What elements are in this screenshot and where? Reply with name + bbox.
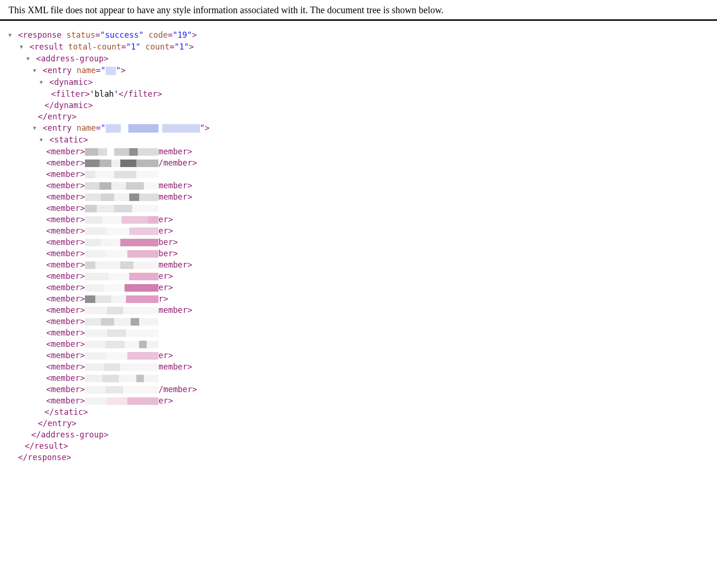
tag-member[interactable]: member (51, 362, 80, 371)
member-tail: member> (158, 260, 192, 269)
member-row: <member> (7, 372, 717, 384)
tag-member[interactable]: member (51, 260, 80, 269)
toggle-icon[interactable]: ▼ (18, 42, 25, 53)
tag-filter[interactable]: filter (56, 89, 85, 99)
tag-entry[interactable]: entry (48, 66, 72, 75)
toggle-icon[interactable]: ▼ (31, 65, 38, 76)
redacted-member-value (85, 284, 158, 292)
tag-member[interactable]: member (51, 271, 80, 281)
tag-member[interactable]: member (51, 215, 80, 224)
attr-code: code (149, 30, 168, 40)
member-tail: member> (158, 147, 192, 156)
redacted-member-value (85, 182, 158, 190)
tag-response[interactable]: response (23, 30, 62, 40)
val-count: 1 (179, 42, 184, 51)
val-code: 19 (177, 30, 187, 40)
member-tail: r> (158, 294, 168, 303)
tag-member[interactable]: member (51, 226, 80, 235)
member-row: <member>er> (7, 214, 717, 225)
member-tail: er> (158, 351, 173, 360)
member-row: <member> (7, 327, 717, 338)
xml-tree: ▼ <response status="success" code="19"> … (0, 21, 717, 463)
member-tail: er> (158, 271, 173, 281)
member-row: <member>er> (7, 350, 717, 361)
tag-member[interactable]: member (51, 203, 80, 213)
member-tail: member> (158, 362, 192, 371)
toggle-icon[interactable]: ▼ (38, 134, 44, 146)
tag-member[interactable]: member (51, 396, 80, 405)
toggle-icon[interactable]: ▼ (31, 123, 38, 134)
attr-name: name (76, 123, 96, 133)
tag-member[interactable]: member (51, 385, 80, 394)
member-row: <member>er> (7, 270, 717, 282)
member-row: <member> (7, 316, 717, 327)
tag-dynamic[interactable]: dynamic (54, 77, 88, 87)
tag-member[interactable]: member (51, 147, 80, 156)
tag-member[interactable]: member (51, 192, 80, 202)
attr-totalcount: total-count (68, 42, 121, 51)
toggle-icon[interactable]: ▼ (38, 77, 44, 88)
member-row: <member>er> (7, 282, 717, 293)
redacted-member-value (85, 329, 158, 337)
redacted-member-value (85, 363, 158, 371)
member-row: <member>member> (7, 304, 717, 316)
member-row: <member> (7, 338, 717, 350)
tag-member[interactable]: member (51, 317, 80, 326)
member-row: <member>r> (7, 293, 717, 304)
redacted-member-value (85, 397, 158, 405)
tag-entry[interactable]: entry (48, 123, 72, 133)
member-tail: er> (158, 396, 173, 405)
tag-member[interactable]: member (51, 294, 80, 303)
redacted-member-value (85, 307, 158, 314)
redacted-member-value (85, 341, 158, 348)
member-row: <member>member> (7, 191, 717, 202)
toggle-icon[interactable]: ▼ (7, 30, 13, 41)
tag-member[interactable]: member (51, 158, 80, 168)
redacted-member-value (85, 193, 158, 201)
redacted-member-value (85, 239, 158, 246)
member-tail: member> (158, 192, 192, 202)
member-tail: member> (158, 305, 192, 315)
member-row: <member> (7, 202, 717, 214)
member-row: <member>er> (7, 395, 717, 406)
tag-static[interactable]: static (54, 135, 83, 144)
redacted-member-value (85, 205, 158, 212)
member-tail: er> (158, 215, 173, 224)
tag-member[interactable]: member (51, 373, 80, 383)
member-row: <member>/member> (7, 157, 717, 168)
tag-member[interactable]: member (51, 169, 80, 179)
tag-member[interactable]: member (51, 181, 80, 190)
attr-name: name (76, 66, 96, 75)
tag-address-group[interactable]: address-group (41, 54, 104, 63)
xml-style-notice: This XML file does not appear to have an… (0, 0, 717, 21)
redacted-member-value (85, 295, 158, 303)
tag-member[interactable]: member (51, 283, 80, 292)
member-tail: er> (158, 283, 173, 292)
tag-member[interactable]: member (51, 305, 80, 315)
redacted-member-value (85, 148, 158, 156)
tag-member[interactable]: member (51, 328, 80, 337)
redacted-member-value (85, 216, 158, 224)
redacted-member-value (85, 273, 158, 280)
member-tail: member> (158, 181, 192, 190)
member-tail: ber> (158, 237, 178, 247)
toggle-icon[interactable]: ▼ (25, 53, 31, 65)
tag-member[interactable]: member (51, 351, 80, 360)
member-row: <member>ber> (7, 248, 717, 259)
notice-text: This XML file does not appear to have an… (8, 5, 443, 15)
member-row: <member>member> (7, 180, 717, 191)
tag-member[interactable]: member (51, 249, 80, 258)
redacted-member-value (85, 250, 158, 258)
redacted-member-value (85, 352, 158, 360)
tag-member[interactable]: member (51, 237, 80, 247)
tag-member[interactable]: member (51, 339, 80, 349)
member-row: <member>er> (7, 225, 717, 236)
member-tail: er> (158, 226, 173, 235)
member-row: <member>member> (7, 259, 717, 270)
val-totalcount: 1 (131, 42, 136, 51)
filter-text: 'blah' (90, 89, 118, 99)
attr-count: count (145, 42, 169, 51)
redacted-member-value (85, 261, 158, 269)
tag-open-bracket: < (18, 30, 23, 40)
tag-result[interactable]: result (34, 42, 63, 51)
